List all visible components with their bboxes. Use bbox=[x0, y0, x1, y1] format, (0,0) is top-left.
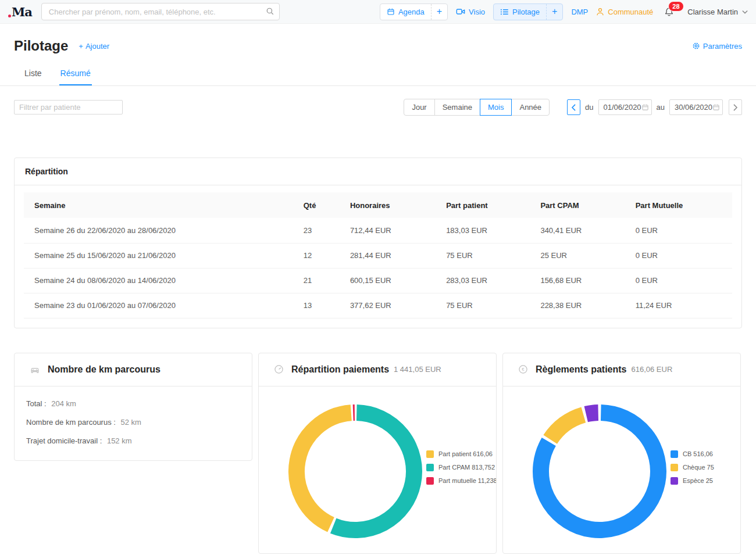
table-row[interactable]: Semaine 25 du 15/06/2020 au 21/06/2020 1… bbox=[24, 243, 732, 268]
cell-honoraires: 281,44 EUR bbox=[340, 243, 436, 268]
search-icon[interactable] bbox=[266, 7, 274, 16]
pilotage-add-button[interactable]: + bbox=[546, 4, 562, 20]
calendar-icon bbox=[387, 8, 395, 16]
date-to-label: au bbox=[657, 103, 665, 112]
cell-semaine: Semaine 23 du 01/06/2020 au 07/06/2020 bbox=[24, 293, 293, 318]
chart-legend: CB 516,06 Chèque 75 Espèce 25 bbox=[671, 450, 741, 490]
add-button-label: Ajouter bbox=[85, 42, 109, 51]
visio-link[interactable]: Visio bbox=[456, 8, 485, 16]
reglements-patients-card: € Règlements patients 616,06 EUR CB 516,… bbox=[502, 353, 741, 554]
legend-swatch bbox=[671, 477, 678, 485]
tab-resume[interactable]: Résumé bbox=[59, 62, 92, 85]
chevron-down-icon bbox=[742, 10, 748, 14]
video-camera-icon bbox=[456, 8, 465, 16]
period-segmented-control: Jour Semaine Mois Année bbox=[404, 99, 550, 116]
column-header: Semaine bbox=[24, 192, 293, 218]
add-button[interactable]: + Ajouter bbox=[79, 42, 109, 51]
legend-swatch bbox=[426, 464, 434, 471]
top-navbar: Ma Agenda + Visio Pilotage + DMP bbox=[0, 0, 756, 24]
date-from-input[interactable]: 01/06/2020 bbox=[598, 99, 652, 115]
search-input[interactable] bbox=[41, 3, 280, 20]
cell-qte: 21 bbox=[293, 268, 340, 293]
app-logo[interactable]: Ma bbox=[8, 5, 32, 19]
period-semaine-button[interactable]: Semaine bbox=[434, 99, 480, 116]
calendar-icon bbox=[712, 103, 720, 111]
repartition-paiements-title: Répartition paiements bbox=[291, 364, 389, 375]
visio-label: Visio bbox=[469, 8, 485, 16]
cell-part-cpam: 340,41 EUR bbox=[530, 218, 625, 243]
date-to-input[interactable]: 30/06/2020 bbox=[669, 99, 723, 115]
legend-label: Part patient 616,06 bbox=[438, 450, 493, 457]
repartition-paiements-total: 1 441,05 EUR bbox=[394, 365, 441, 374]
cell-part-mutuelle: 0 EUR bbox=[625, 218, 732, 243]
legend-label: Part mutuelle 11,238 bbox=[438, 477, 497, 484]
table-row[interactable]: Semaine 24 du 08/06/2020 au 14/06/2020 2… bbox=[24, 268, 732, 293]
period-controls: Jour Semaine Mois Année du 01/06/2020 au… bbox=[404, 99, 742, 116]
agenda-button[interactable]: Agenda bbox=[380, 4, 431, 20]
cell-qte: 13 bbox=[293, 293, 340, 318]
km-card-title: Nombre de km parcourus bbox=[48, 364, 161, 375]
pilotage-button[interactable]: Pilotage bbox=[494, 4, 546, 20]
settings-button[interactable]: Paramètres bbox=[692, 42, 742, 51]
cell-part-patient: 75 EUR bbox=[436, 243, 530, 268]
cell-part-cpam: 25 EUR bbox=[530, 243, 625, 268]
cell-qte: 23 bbox=[293, 218, 340, 243]
notifications-button[interactable]: 28 bbox=[664, 6, 675, 17]
communaute-label: Communauté bbox=[608, 8, 653, 16]
tabs-bar: Liste Résumé bbox=[0, 62, 756, 86]
agenda-button-group: Agenda + bbox=[380, 3, 448, 20]
agenda-add-button[interactable]: + bbox=[431, 4, 447, 20]
page-header: Pilotage + Ajouter Paramètres bbox=[0, 24, 756, 54]
dmp-label: DMP bbox=[571, 8, 588, 16]
dmp-link[interactable]: DMP bbox=[571, 8, 588, 16]
agenda-label: Agenda bbox=[398, 8, 425, 16]
cell-part-cpam: 228,38 EUR bbox=[530, 293, 625, 318]
cell-semaine: Semaine 24 du 08/06/2020 au 14/06/2020 bbox=[24, 268, 293, 293]
date-from-value: 01/06/2020 bbox=[604, 103, 641, 112]
donut-segment-espèce bbox=[586, 413, 598, 414]
reglements-patients-title: Règlements patients bbox=[536, 364, 626, 375]
patient-filter-input[interactable] bbox=[14, 100, 123, 114]
communaute-link[interactable]: Communauté bbox=[596, 8, 653, 16]
pilotage-button-group: Pilotage + bbox=[493, 3, 563, 20]
table-header-row: Semaine Qté Honoraires Part patient Part… bbox=[24, 192, 732, 218]
legend-swatch bbox=[426, 477, 434, 485]
legend-item-part-cpam: Part CPAM 813,752 bbox=[426, 464, 497, 471]
column-header: Part CPAM bbox=[530, 192, 625, 218]
gauge-icon bbox=[274, 364, 284, 374]
km-stat-domicile-travail: Trajet domicile-travail : 152 km bbox=[26, 436, 237, 445]
reglements-patients-total: 616,06 EUR bbox=[631, 365, 672, 374]
legend-item-espece: Espèce 25 bbox=[671, 477, 741, 485]
cell-qte: 12 bbox=[293, 243, 340, 268]
calendar-icon bbox=[641, 103, 649, 111]
notification-badge: 28 bbox=[668, 1, 683, 12]
km-card: Nombre de km parcourus Total : 204 km No… bbox=[14, 353, 252, 461]
repartition-table: Semaine Qté Honoraires Part patient Part… bbox=[24, 192, 732, 318]
column-header: Part patient bbox=[436, 192, 530, 218]
km-card-header: Nombre de km parcourus bbox=[15, 353, 252, 386]
settings-button-label: Paramètres bbox=[703, 42, 742, 51]
table-row[interactable]: Semaine 23 du 01/06/2020 au 07/06/2020 1… bbox=[24, 293, 732, 318]
cell-honoraires: 600,15 EUR bbox=[340, 268, 436, 293]
previous-period-button[interactable] bbox=[567, 99, 580, 115]
period-annee-button[interactable]: Année bbox=[511, 99, 550, 116]
user-menu[interactable]: Clarisse Martin bbox=[687, 8, 748, 16]
reglements-patients-header: € Règlements patients 616,06 EUR bbox=[503, 353, 740, 386]
tab-liste[interactable]: Liste bbox=[23, 62, 43, 85]
period-jour-button[interactable]: Jour bbox=[404, 99, 434, 116]
period-mois-button[interactable]: Mois bbox=[480, 99, 512, 116]
person-icon bbox=[596, 8, 604, 16]
cell-part-patient: 283,03 EUR bbox=[436, 268, 530, 293]
legend-swatch bbox=[671, 464, 678, 471]
legend-swatch bbox=[426, 450, 434, 458]
donut-segment-part-patient bbox=[297, 413, 351, 525]
repartition-card-title: Répartition bbox=[15, 158, 741, 185]
cell-part-mutuelle: 11,24 EUR bbox=[625, 293, 732, 318]
svg-text:€: € bbox=[522, 367, 525, 372]
table-row[interactable]: Semaine 26 du 22/06/2020 au 28/06/2020 2… bbox=[24, 218, 732, 243]
next-period-button[interactable] bbox=[729, 99, 742, 115]
km-stat-label: Total : bbox=[26, 399, 47, 408]
reglements-patients-chart: CB 516,06 Chèque 75 Espèce 25 bbox=[503, 386, 740, 553]
cell-semaine: Semaine 26 du 22/06/2020 au 28/06/2020 bbox=[24, 218, 293, 243]
legend-label: Chèque 75 bbox=[683, 464, 714, 471]
